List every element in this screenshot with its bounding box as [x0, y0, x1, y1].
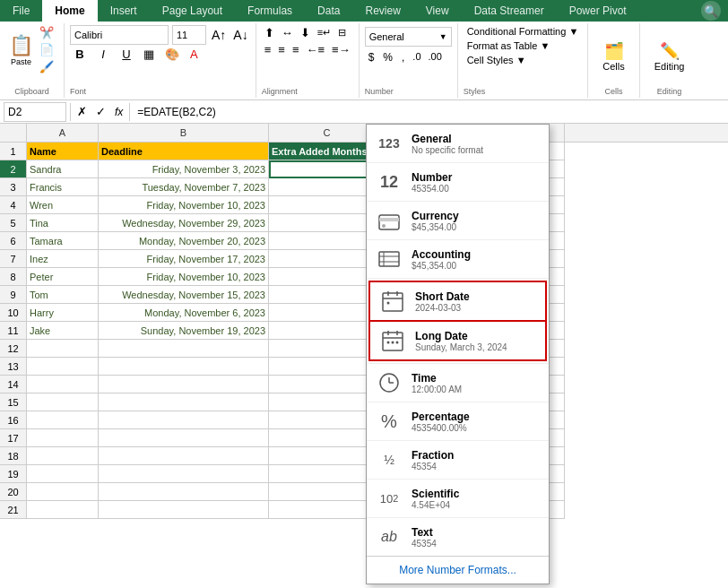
- format-fraction-item[interactable]: ½ Fraction 45354: [367, 440, 549, 479]
- formula-bar: ✗ ✓ fx: [0, 100, 728, 124]
- editing-button[interactable]: ✏️ Editing: [647, 25, 692, 87]
- formula-input[interactable]: [134, 102, 724, 122]
- fraction-icon: ½: [374, 445, 404, 474]
- align-middle-button[interactable]: ↔: [279, 25, 296, 40]
- align-left-button[interactable]: ≡: [262, 42, 274, 57]
- cells-button[interactable]: 🗂️ Cells: [595, 25, 631, 87]
- tab-data[interactable]: Data: [305, 0, 352, 22]
- more-formats-button[interactable]: More Number Formats...: [367, 556, 549, 584]
- decimal-decrease-button[interactable]: .00: [426, 50, 445, 65]
- currency-icon: [374, 206, 404, 235]
- format-time-item[interactable]: Time 12:00:00 AM: [367, 363, 549, 402]
- cell-b11[interactable]: Sunday, November 19, 2023: [99, 322, 269, 340]
- font-name-input[interactable]: [70, 25, 169, 45]
- tab-insert[interactable]: Insert: [98, 0, 150, 22]
- indent-decrease-button[interactable]: ←≡: [303, 42, 327, 57]
- paste-button[interactable]: 📋 Paste: [7, 32, 35, 68]
- cell-b4[interactable]: Friday, November 10, 2023: [99, 196, 269, 214]
- cell-b10[interactable]: Monday, November 6, 2023: [99, 304, 269, 322]
- copy-button[interactable]: 📄: [37, 42, 56, 57]
- general-icon: 123: [374, 129, 404, 158]
- search-button[interactable]: 🔍: [701, 1, 721, 21]
- cell-a1[interactable]: Name: [27, 143, 99, 160]
- comma-button[interactable]: ,: [398, 50, 408, 65]
- format-scientific-item[interactable]: 102 Scientific 4.54E+04: [367, 479, 549, 517]
- wrap-text-button[interactable]: ≡↵: [315, 26, 334, 39]
- tab-view[interactable]: View: [413, 0, 462, 22]
- align-right-button[interactable]: ≡: [290, 42, 302, 57]
- cell-a6[interactable]: Tamara: [27, 232, 99, 250]
- format-short-date-item[interactable]: Short Date 2024-03-03: [368, 281, 547, 322]
- col-header-b[interactable]: B: [99, 124, 269, 142]
- bold-button[interactable]: B: [70, 47, 90, 62]
- format-accounting-item[interactable]: Accounting $45,354.00: [367, 240, 549, 279]
- font-size-input[interactable]: [172, 25, 206, 45]
- short-date-icon: [377, 287, 408, 316]
- tab-file[interactable]: File: [0, 0, 42, 22]
- format-currency-item[interactable]: Currency $45,354.00: [367, 202, 549, 240]
- cell-a8[interactable]: Peter: [27, 268, 99, 286]
- cell-a5[interactable]: Tina: [27, 214, 99, 232]
- cell-b1[interactable]: Deadline: [99, 143, 269, 160]
- format-long-date-item[interactable]: Long Date Sunday, March 3, 2024: [368, 322, 547, 361]
- font-size-increase-button[interactable]: A↑: [210, 27, 228, 43]
- conditional-formatting-button[interactable]: Conditional Formatting ▼: [464, 25, 583, 38]
- cell-b2[interactable]: Friday, November 3, 2023: [99, 160, 269, 178]
- cell-ref-input[interactable]: [4, 102, 66, 122]
- cut-button[interactable]: ✂️: [37, 25, 56, 40]
- scientific-icon: 102: [374, 484, 404, 513]
- cell-b3[interactable]: Tuesday, November 7, 2023: [99, 178, 269, 196]
- fill-color-button[interactable]: 🎨: [161, 47, 183, 62]
- column-headers: A B C D E F G: [0, 124, 728, 143]
- format-percentage-name: Percentage: [412, 411, 470, 423]
- insert-function-icon[interactable]: fx: [112, 106, 126, 118]
- cell-a11[interactable]: Jake: [27, 322, 99, 340]
- cell-b7[interactable]: Friday, November 17, 2023: [99, 250, 269, 268]
- cell-styles-button[interactable]: Cell Styles ▼: [464, 54, 530, 66]
- currency-button[interactable]: $: [365, 50, 378, 65]
- format-general-item[interactable]: 123 General No specific format: [367, 125, 549, 163]
- italic-button[interactable]: I: [93, 47, 113, 62]
- format-painter-button[interactable]: 🖌️: [37, 59, 56, 74]
- format-as-table-button[interactable]: Format as Table ▼: [464, 39, 554, 52]
- align-bottom-button[interactable]: ⬇: [298, 25, 313, 40]
- tab-home[interactable]: Home: [42, 0, 97, 22]
- underline-button[interactable]: U: [117, 47, 136, 62]
- format-percentage-item[interactable]: % Percentage 4535400.00%: [367, 402, 549, 440]
- tab-power-pivot[interactable]: Power Pivot: [557, 0, 639, 22]
- tab-page-layout[interactable]: Page Layout: [150, 0, 235, 22]
- svg-point-17: [392, 342, 394, 344]
- format-text-item[interactable]: ab Text 45354: [367, 517, 549, 556]
- tab-data-streamer[interactable]: Data Streamer: [462, 0, 557, 22]
- cell-a4[interactable]: Wren: [27, 196, 99, 214]
- tab-review[interactable]: Review: [352, 0, 412, 22]
- percent-button[interactable]: %: [379, 50, 396, 65]
- decimal-increase-button[interactable]: .0: [410, 50, 423, 65]
- tab-formulas[interactable]: Formulas: [235, 0, 305, 22]
- col-header-a[interactable]: A: [27, 124, 99, 142]
- merge-center-button[interactable]: ⊟: [335, 26, 349, 39]
- cell-a3[interactable]: Francis: [27, 178, 99, 196]
- alignment-group: ⬆ ↔ ⬇ ≡↵ ⊟ ≡ ≡ ≡ ←≡ ≡→ Alignment: [256, 23, 360, 98]
- align-top-button[interactable]: ⬆: [262, 25, 277, 40]
- font-color-button[interactable]: A: [186, 47, 202, 62]
- cell-b8[interactable]: Friday, November 10, 2023: [99, 268, 269, 286]
- format-number-item[interactable]: 12 Number 45354.00: [367, 163, 549, 202]
- confirm-formula-icon[interactable]: ✓: [93, 105, 108, 118]
- accounting-icon: [374, 245, 404, 273]
- toolbar: 📋 Paste ✂️ 📄 🖌️ Clipboard A↑ A↓ B: [0, 22, 728, 100]
- number-format-dropdown-trigger[interactable]: General ▼: [365, 27, 452, 47]
- border-button[interactable]: ▦: [140, 47, 158, 62]
- cell-b9[interactable]: Wednesday, November 15, 2023: [99, 286, 269, 304]
- format-general-name: General: [412, 133, 483, 145]
- cell-b5[interactable]: Wednesday, November 29, 2023: [99, 214, 269, 232]
- cell-a9[interactable]: Tom: [27, 286, 99, 304]
- font-size-decrease-button[interactable]: A↓: [231, 27, 249, 43]
- cell-a7[interactable]: Inez: [27, 250, 99, 268]
- cancel-formula-icon[interactable]: ✗: [74, 105, 90, 118]
- cell-a10[interactable]: Harry: [27, 304, 99, 322]
- cell-b6[interactable]: Monday, November 20, 2023: [99, 232, 269, 250]
- indent-increase-button[interactable]: ≡→: [329, 42, 353, 57]
- cell-a2[interactable]: Sandra: [27, 160, 99, 178]
- align-center-button[interactable]: ≡: [275, 42, 288, 57]
